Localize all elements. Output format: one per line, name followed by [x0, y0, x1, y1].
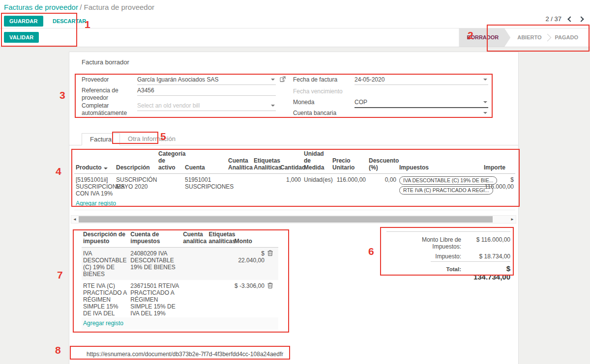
form-sheet: Factura borrador Proveedor García Iguará… [69, 52, 519, 364]
field-cuenta-bancaria: Cuenta bancaria [293, 109, 490, 118]
cell-categoria[interactable] [157, 174, 183, 200]
col-descripcion: Descripción [115, 149, 157, 174]
add-record-link[interactable]: Agregar registo [74, 197, 118, 210]
total-value: $ 134.734,00 [468, 264, 510, 281]
cell-producto[interactable]: [51951001ii] SUSCRIPCIONES CON IVA 19% [74, 174, 115, 200]
trash-icon [267, 282, 273, 288]
cell-etiquetas[interactable] [252, 174, 279, 200]
field-proveedor: Proveedor García Iguarán Asociados SAS [82, 76, 295, 85]
chevron-down-icon[interactable] [271, 79, 275, 81]
scroll-right-icon[interactable]: ► [509, 216, 516, 223]
annotation-number-3: 3 [59, 89, 65, 101]
breadcrumb-separator: / [80, 3, 84, 11]
scrollbar-thumb[interactable] [79, 216, 493, 223]
col-cuenta: Cuenta [183, 149, 227, 174]
annotation-number-2: 2 [468, 29, 473, 41]
completar-label: Completar automáticamente [82, 102, 137, 117]
referencia-input[interactable]: A3456 [137, 86, 276, 96]
tab-factura[interactable]: Factura [82, 133, 120, 145]
col-cuenta-impuestos: Cuenta de impuestos [129, 230, 181, 248]
col-precio-unitario: Precio Unitario [331, 149, 367, 174]
annotation-number-6: 6 [368, 246, 374, 257]
chevron-down-icon[interactable] [483, 112, 487, 114]
tax-tag[interactable]: RTE IVA (C) PRACTICADO A REGI... [399, 186, 493, 195]
field-fecha-vencimiento: Fecha vencimiento [293, 87, 490, 95]
col-etiquetas-analiticas: Etiquetas Analíticas [252, 149, 279, 174]
status-abierto[interactable]: ABIERTO [510, 28, 548, 47]
chevron-down-icon[interactable] [483, 79, 487, 81]
vendor-bill-screen: Facturas de proveedor / Factura de prove… [0, 0, 590, 364]
status-borrador[interactable]: BORRADOR [459, 28, 510, 47]
chevron-down-icon[interactable] [483, 101, 487, 103]
scroll-left-icon[interactable]: ◄ [71, 216, 78, 223]
breadcrumb-parent-link[interactable]: Facturas de proveedor [4, 3, 78, 11]
document-url: https://esnumera.com/document/db373b2e-7… [87, 351, 283, 358]
horizontal-scrollbar[interactable]: ◄ ► [71, 215, 516, 224]
fecha-vencimiento-value [354, 87, 488, 95]
cell-descripcion[interactable]: SUSCRIPCIÓN MAYO 2020 [115, 174, 157, 200]
totals-panel: Monto Libre de Impuestos: $ 116.000,00 I… [386, 231, 510, 282]
delete-tax-line-button[interactable] [267, 250, 273, 257]
cell-cantidad[interactable]: 1,000 [279, 174, 302, 200]
add-record-link[interactable]: Agregar registo [82, 317, 125, 330]
validate-button[interactable]: VALIDAR [4, 32, 39, 43]
untaxed-value: $ 116.000,00 [468, 236, 510, 243]
fecha-factura-label: Fecha de factura [293, 76, 354, 85]
col-monto: Monto [233, 230, 266, 248]
col-actions [266, 230, 278, 248]
chevron-down-icon[interactable] [271, 105, 275, 107]
col-unidad-medida: Unidad de Medida [302, 149, 331, 174]
proveedor-input[interactable]: García Iguarán Asociados SAS [137, 76, 276, 85]
external-link-icon[interactable] [280, 76, 286, 84]
tax-line-row[interactable]: IVA DESCONTABLE (C) 19% DE BIENES 240802… [82, 248, 278, 280]
col-producto[interactable]: Producto [74, 149, 115, 174]
cell-tax-descripcion[interactable]: IVA DESCONTABLE (C) 19% DE BIENES [82, 248, 129, 280]
status-pagado[interactable]: PAGADO [548, 28, 585, 47]
field-fecha-factura: Fecha de factura 24-05-2020 [293, 76, 490, 85]
cell-tax-monto[interactable]: $ 22.040,00 [233, 248, 266, 280]
cell-unidad[interactable]: Unidad(es) [302, 174, 331, 200]
cell-cuenta[interactable]: 51951001 SUSCRIPCIONES [183, 174, 227, 200]
delete-tax-line-button[interactable] [267, 282, 273, 290]
sheet-title: Factura borrador [82, 58, 129, 66]
cuenta-bancaria-input[interactable] [354, 109, 488, 118]
col-cantidad: Cantidad [279, 149, 302, 174]
save-button[interactable]: GUARDAR [4, 16, 43, 27]
tab-otra-informacion[interactable]: Otra Información [120, 133, 183, 145]
tax-lines-table: Descripción de impuesto Cuenta de impues… [82, 230, 278, 326]
annotation-number-1: 1 [85, 19, 90, 30]
cell-impuestos[interactable]: IVA DESCONTABLE (C) 19% DE BIE... RTE IV… [398, 174, 482, 200]
cell-tax-cuenta-analitica[interactable] [181, 248, 207, 280]
tax-tag[interactable]: IVA DESCONTABLE (C) 19% DE BIE... [399, 176, 497, 185]
col-cuenta-analitica: Cuenta Analítica [227, 149, 252, 174]
cell-descuento[interactable]: 0,00 [367, 174, 398, 200]
untaxed-label: Monto Libre de Impuestos: [393, 236, 468, 250]
fecha-factura-input[interactable]: 24-05-2020 [354, 76, 488, 85]
col-importe: Importe [482, 149, 515, 174]
field-completar: Completar automáticamente Select an old … [82, 102, 295, 117]
breadcrumb: Facturas de proveedor / Factura de prove… [0, 0, 590, 15]
total-row: Total: $ 134.734,00 [431, 261, 510, 282]
cell-tax-etiquetas[interactable] [207, 248, 233, 280]
notebook-tabs: Factura Otra Información [69, 133, 518, 145]
col-categoria-activo: Categoría de activo [157, 149, 183, 174]
cuenta-bancaria-label: Cuenta bancaria [293, 109, 354, 118]
invoice-line-row[interactable]: [51951001ii] SUSCRIPCIONES CON IVA 19% S… [74, 174, 515, 200]
annotation-number-4: 4 [56, 166, 61, 177]
annotation-number-5: 5 [160, 131, 166, 142]
col-tax-cuenta-analitica: Cuenta analítica [181, 230, 207, 248]
breadcrumb-current: Factura de proveedor [84, 3, 154, 11]
field-referencia: Referencia de proveedor A3456 [82, 86, 295, 102]
col-descripcion-impuesto: Descripción de impuesto [82, 230, 129, 248]
proveedor-label: Proveedor [82, 76, 137, 85]
invoice-lines-header-row: Producto Descripción Categoría de activo… [74, 149, 515, 174]
total-label: Total: [438, 266, 468, 272]
tax-label: Impuesto: [393, 253, 468, 260]
completar-input[interactable]: Select an old vendor bill [137, 102, 276, 111]
cell-precio[interactable]: 116.000,00 [331, 174, 367, 200]
cell-tax-cuenta[interactable]: 24080209 IVA DESCONTABLE 19% DE BIENES [129, 248, 181, 280]
moneda-input[interactable]: COP [354, 98, 488, 108]
col-impuestos: Impuestos [398, 149, 482, 174]
field-moneda: Moneda COP [293, 98, 490, 108]
tax-add-row: Agregar registo [82, 317, 278, 330]
